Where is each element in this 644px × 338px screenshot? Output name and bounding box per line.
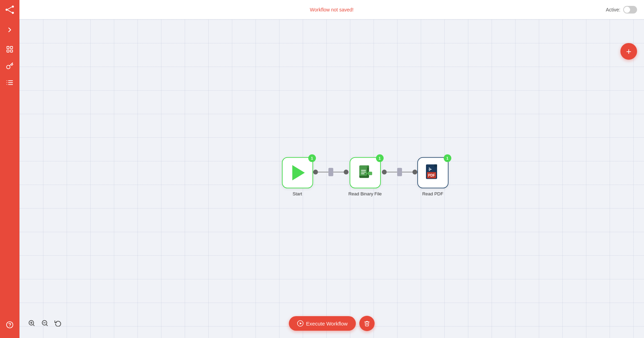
node-read-binary[interactable]: 1 Read — [348, 157, 382, 196]
svg-point-0 — [6, 9, 8, 11]
conn-rect-2 — [397, 168, 402, 176]
conn-line-1a — [318, 171, 328, 172]
connector-2 — [382, 168, 417, 176]
sidebar-item-collapse[interactable] — [2, 22, 17, 37]
active-label: Active: — [606, 7, 620, 12]
node-read-pdf[interactable]: 1 PDF Read PDF — [417, 157, 449, 196]
conn-rect-1 — [328, 168, 333, 176]
main-area: Workflow not saved! Active: + 1 Start — [19, 0, 644, 338]
execute-play-icon — [297, 320, 303, 327]
node-read-pdf-badge: 1 — [444, 154, 451, 162]
node-read-binary-badge: 1 — [376, 154, 384, 162]
conn-dot-3 — [382, 169, 387, 174]
sidebar-item-help[interactable] — [2, 317, 17, 332]
delete-button[interactable] — [359, 316, 375, 331]
header: Workflow not saved! Active: — [19, 0, 644, 19]
active-toggle[interactable] — [623, 6, 637, 14]
workflow-area: 1 Start 1 — [282, 157, 448, 196]
workflow-status: Workflow not saved! — [310, 7, 354, 12]
node-start[interactable]: 1 Start — [282, 157, 313, 196]
node-read-pdf-label: Read PDF — [422, 191, 443, 196]
sidebar-item-credentials[interactable] — [2, 58, 17, 74]
sidebar-nav — [2, 22, 17, 338]
sidebar-item-nodes[interactable] — [2, 42, 17, 57]
svg-line-4 — [8, 10, 12, 12]
svg-line-3 — [8, 7, 12, 9]
node-read-binary-box[interactable]: 1 — [350, 157, 381, 188]
conn-dot-4 — [412, 169, 417, 174]
node-read-binary-label: Read Binary File — [348, 191, 382, 196]
execute-workflow-button[interactable]: Execute Workflow — [289, 316, 356, 331]
sidebar — [0, 0, 19, 338]
svg-point-2 — [12, 12, 14, 14]
conn-dot-1 — [313, 169, 318, 174]
conn-line-2a — [387, 171, 397, 172]
svg-rect-6 — [10, 47, 12, 49]
svg-rect-7 — [7, 50, 9, 52]
conn-line-2b — [402, 171, 412, 172]
conn-line-1b — [333, 171, 343, 172]
connector-1 — [313, 168, 348, 176]
read-binary-icon — [357, 164, 374, 181]
node-start-box[interactable]: 1 — [282, 157, 313, 188]
read-pdf-icon: PDF — [424, 164, 442, 182]
sidebar-item-executions[interactable] — [2, 75, 17, 90]
svg-text:PDF: PDF — [428, 174, 435, 177]
svg-point-1 — [12, 6, 14, 8]
header-right: Active: — [606, 6, 637, 14]
svg-rect-23 — [368, 172, 372, 175]
svg-rect-19 — [367, 166, 369, 168]
execute-label: Execute Workflow — [306, 321, 348, 327]
svg-rect-8 — [10, 50, 12, 52]
svg-rect-5 — [7, 47, 9, 49]
svg-marker-38 — [300, 322, 302, 324]
svg-rect-26 — [434, 164, 437, 167]
sidebar-logo[interactable] — [0, 0, 19, 19]
start-play-icon — [292, 165, 304, 180]
add-node-button[interactable]: + — [620, 43, 637, 60]
node-read-pdf-box[interactable]: 1 PDF — [417, 157, 449, 188]
node-start-label: Start — [293, 191, 302, 196]
workflow-canvas[interactable]: + 1 Start 1 — [19, 19, 644, 338]
bottom-toolbar: Execute Workflow — [19, 316, 644, 331]
node-start-badge: 1 — [308, 154, 316, 162]
trash-icon — [364, 320, 370, 327]
conn-dot-2 — [343, 169, 348, 174]
